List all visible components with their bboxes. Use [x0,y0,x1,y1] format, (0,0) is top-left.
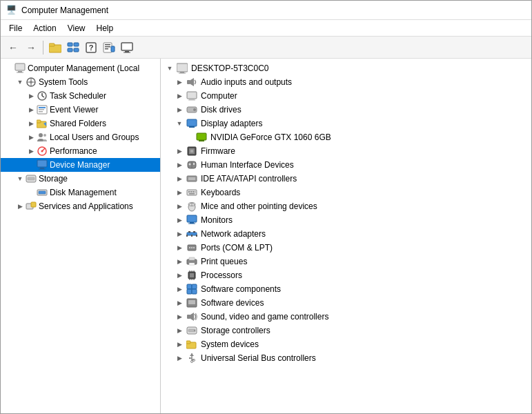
svg-point-120 [193,359,195,362]
right-item-hid[interactable]: ▶ Human Interface Devices [161,158,531,172]
monitors-expand[interactable]: ▶ [175,215,184,225]
svg-rect-74 [189,193,195,195]
audio-expand[interactable]: ▶ [175,77,184,87]
software-components-expand[interactable]: ▶ [175,284,184,294]
right-item-ide[interactable]: ▶ IDE ATA/ATAPI controllers [161,172,531,186]
firmware-expand[interactable]: ▶ [175,146,184,156]
usb-label: Universal Serial Bus controllers [201,353,316,363]
svg-rect-107 [188,300,195,304]
svg-rect-68 [188,177,195,180]
expand-shared-folders[interactable]: ▶ [26,118,37,129]
right-item-storage-controllers[interactable]: ▶ Storage controllers [161,324,531,337]
tree-button[interactable] [65,39,81,56]
right-item-system-devices[interactable]: ▶ System devices [161,337,531,351]
svg-rect-70 [188,191,190,193]
hid-expand[interactable]: ▶ [175,160,184,170]
expand-computer-management[interactable] [3,63,14,74]
expand-local-users[interactable]: ▶ [26,132,37,143]
right-item-disk-drives[interactable]: ▶ Disk drives [161,103,531,117]
svg-rect-43 [39,191,46,194]
tree-item-event-viewer[interactable]: ▶ Event Viewer [1,103,160,117]
task-scheduler-label: Task Scheduler [50,91,106,101]
monitor-button[interactable] [119,39,135,56]
display-adapters-expand[interactable]: ▼ [175,119,184,128]
right-panel[interactable]: ▼ DESKTOP-5T3C0C0 ▶ Audio inputs and out… [161,59,531,413]
right-item-keyboards[interactable]: ▶ Keyboards [161,186,531,199]
tree-item-performance[interactable]: ▶ Performance [1,144,160,158]
right-item-print-queues[interactable]: ▶ Print queues [161,255,531,268]
right-item-nvidia[interactable]: NVIDIA GeForce GTX 1060 6GB [161,130,531,144]
system-devices-expand[interactable]: ▶ [175,339,184,349]
right-item-monitors[interactable]: ▶ Monitors [161,213,531,227]
svg-rect-104 [187,289,192,294]
right-item-audio[interactable]: ▶ Audio inputs and outputs [161,75,531,89]
right-item-display-adapters[interactable]: ▼ Display adapters [161,117,531,130]
tree-item-system-tools[interactable]: ▼ System Tools [1,75,160,89]
right-item-processors[interactable]: ▶ Processors [161,268,531,282]
left-panel[interactable]: Computer Management (Local ▼ System Tool… [1,59,161,413]
menu-view[interactable]: View [62,22,91,34]
right-item-sound[interactable]: ▶ Sound, video and game controllers [161,310,531,324]
right-item-ports[interactable]: ▶ Ports (COM & LPT) [161,241,531,255]
forward-button[interactable]: → [23,39,39,56]
menu-help[interactable]: Help [91,22,119,34]
expand-system-tools[interactable]: ▼ [14,77,26,88]
usb-icon [186,353,198,364]
folder-button[interactable] [47,39,63,56]
network-label: Network adapters [201,229,266,239]
computer-expand[interactable]: ▶ [175,91,184,101]
software-devices-icon [186,297,198,308]
usb-expand[interactable]: ▶ [175,353,184,363]
tree-item-device-manager[interactable]: Device Manager [1,158,160,172]
network-expand[interactable]: ▶ [175,229,184,239]
right-header[interactable]: ▼ DESKTOP-5T3C0C0 [161,61,531,75]
tree-item-task-scheduler[interactable]: ▶ Task Scheduler [1,89,160,103]
expand-performance[interactable]: ▶ [26,146,37,157]
right-item-software-devices[interactable]: ▶ Software devices [161,296,531,310]
svg-rect-93 [189,263,195,265]
nvidia-expand[interactable] [184,132,194,142]
tree-item-services-apps[interactable]: ▶ Services and Applications [1,199,160,213]
header-expand[interactable]: ▼ [165,63,175,73]
shared-folders-icon [37,118,48,129]
software-devices-expand[interactable]: ▶ [175,298,184,308]
ports-expand[interactable]: ▶ [175,243,184,253]
network-icon [186,228,198,239]
ide-expand[interactable]: ▶ [175,174,184,184]
right-item-software-components[interactable]: ▶ Software components [161,282,531,296]
keyboards-expand[interactable]: ▶ [175,188,184,197]
tree-item-local-users[interactable]: ▶ Local Users and Groups [1,130,160,144]
svg-point-89 [191,247,193,248]
right-item-computer[interactable]: ▶ Computer [161,89,531,103]
right-item-usb[interactable]: ▶ Universal Serial Bus controllers [161,351,531,365]
back-button[interactable]: ← [5,39,21,56]
right-item-firmware[interactable]: ▶ Firmware [161,144,531,158]
svg-point-88 [189,247,190,248]
disk-drives-expand[interactable]: ▶ [175,105,184,115]
processors-expand[interactable]: ▶ [175,270,184,280]
expand-device-manager[interactable] [26,159,37,170]
tree-item-storage[interactable]: ▼ Storage [1,172,160,186]
expand-services-apps[interactable]: ▶ [14,201,26,212]
sound-expand[interactable]: ▶ [175,312,184,322]
print-queues-expand[interactable]: ▶ [175,257,184,266]
expand-disk-management[interactable] [26,187,37,198]
storage-controllers-expand[interactable]: ▶ [175,326,184,335]
event-viewer-label: Event Viewer [50,105,98,115]
display-adapters-icon [186,118,198,129]
properties-button[interactable] [101,39,117,56]
menu-file[interactable]: File [3,22,28,34]
tree-item-disk-management[interactable]: Disk Management [1,186,160,199]
mice-expand[interactable]: ▶ [175,201,184,211]
menu-action[interactable]: Action [28,22,61,34]
svg-rect-3 [74,43,79,46]
right-item-mice[interactable]: ▶ Mice and other pointing devices [161,199,531,213]
expand-task-scheduler[interactable]: ▶ [26,90,37,101]
tree-item-shared-folders[interactable]: ▶ Shared Folders [1,117,160,130]
device-manager-label: Device Manager [50,160,110,170]
expand-storage[interactable]: ▼ [14,173,26,184]
expand-event-viewer[interactable]: ▶ [26,104,37,115]
help-button[interactable]: ? [83,39,99,56]
right-item-network[interactable]: ▶ Network adapters [161,227,531,241]
tree-item-computer-management[interactable]: Computer Management (Local [1,61,160,75]
